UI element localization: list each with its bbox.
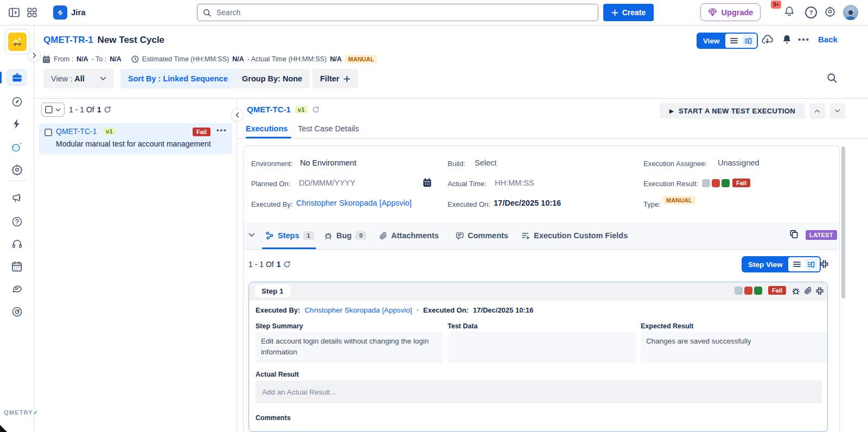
row-more-actions-icon[interactable]: ••• (216, 126, 227, 134)
test-cycle-meta: From : N/A - To : N/A Estimated Time (HH… (42, 55, 377, 63)
app-switcher-icon[interactable] (27, 8, 37, 17)
test-case-key-link[interactable]: QMET-TC-1 (56, 127, 97, 136)
global-search[interactable] (197, 4, 598, 21)
step-not-executed-swatch[interactable] (735, 287, 743, 295)
result-pass-swatch[interactable] (722, 179, 730, 187)
actual-result-input[interactable] (256, 380, 822, 403)
select-all-control[interactable] (41, 103, 65, 117)
select-all-checkbox[interactable] (45, 106, 53, 113)
refresh-icon[interactable] (312, 106, 320, 113)
step-fail-swatch[interactable] (744, 287, 752, 295)
notifications-bell-icon[interactable] (784, 6, 795, 17)
collapse-section-chevron-icon[interactable] (248, 233, 255, 237)
result-fail-swatch[interactable] (712, 179, 720, 187)
vertical-scrollbar[interactable] (841, 147, 845, 298)
watch-bell-icon[interactable] (782, 34, 792, 45)
settings-gear-sidebar-icon[interactable] (11, 163, 23, 175)
latest-badge: LATEST (806, 230, 837, 240)
to-value: N/A (110, 55, 122, 63)
step-list-view-icon[interactable] (791, 259, 803, 270)
steps-count: 1 (303, 231, 314, 240)
test-case-checkbox[interactable] (44, 129, 52, 136)
collapse-all-icon[interactable] (820, 259, 829, 269)
date-picker-icon[interactable] (423, 178, 432, 187)
assignee-value[interactable]: Unassigned (718, 158, 760, 167)
collapse-list-handle[interactable] (231, 109, 244, 122)
test-case-list-item[interactable]: QMET-TC-1 v1 Fail ••• Modular manual tes… (39, 123, 232, 154)
environment-value[interactable]: No Environment (300, 158, 356, 167)
more-actions-icon[interactable]: ••• (798, 35, 810, 44)
detail-view-icon[interactable] (742, 35, 754, 46)
support-headset-icon[interactable] (11, 238, 23, 250)
create-button[interactable]: Create (603, 4, 654, 21)
test-case-key[interactable]: QMET-TC-1 (247, 105, 291, 114)
calendar-sidebar-icon[interactable] (11, 261, 23, 272)
sort-by-button[interactable]: Sort By : Linked Sequence (120, 69, 235, 88)
discovery-compass-icon[interactable] (11, 96, 23, 107)
step-executed-by-value[interactable]: Christopher Skoropada [Appsvio] (304, 306, 412, 314)
jira-logo[interactable] (53, 5, 67, 20)
step-bug-icon[interactable] (792, 287, 800, 295)
sidebar-toggle-icon[interactable] (9, 8, 20, 17)
settings-gear-icon[interactable] (825, 6, 835, 17)
tab-attachments[interactable]: Attachments (379, 231, 439, 240)
build-value[interactable]: Select (475, 158, 496, 167)
step-view-toggle[interactable]: Step View (742, 256, 821, 272)
actual-time-value[interactable]: HH:MM:SS (495, 179, 534, 187)
view-toggle[interactable]: View (697, 33, 758, 49)
step-execution-meta: Executed By: Christopher Skoropada [Apps… (256, 306, 533, 314)
planned-on-value[interactable]: DD/MMM/YYYY (299, 179, 355, 187)
next-execution-button[interactable] (829, 103, 845, 119)
cloud-download-icon[interactable] (761, 33, 774, 46)
feedback-chat-icon[interactable] (11, 283, 23, 295)
tab-bug[interactable]: Bug 0 (324, 231, 366, 240)
tab-steps[interactable]: Steps 1 (265, 231, 314, 240)
tab-executions[interactable]: Executions (246, 124, 288, 133)
search-input[interactable] (215, 8, 592, 17)
expected-result-value: Changes are saved successfully (641, 332, 827, 363)
dot-separator: • (417, 306, 419, 314)
refresh-icon[interactable] (283, 261, 291, 268)
bug-count: 0 (355, 231, 366, 240)
sidebar-divider (7, 181, 27, 181)
list-view-icon[interactable] (728, 35, 740, 46)
automation-bolt-icon[interactable] (11, 118, 23, 130)
test-cycle-key[interactable]: QMET-TR-1 (43, 35, 93, 46)
work-items-icon[interactable] (11, 72, 23, 84)
tab-execution-custom-fields[interactable]: Execution Custom Fields (521, 231, 628, 240)
back-link[interactable]: Back (818, 35, 838, 44)
help-icon[interactable]: ? (805, 7, 817, 18)
refresh-icon[interactable] (104, 106, 111, 113)
help-question-icon[interactable] (11, 215, 23, 227)
result-not-executed-swatch[interactable] (702, 179, 710, 187)
panel-search-icon[interactable] (827, 73, 837, 83)
assistant-bot-icon[interactable] (11, 141, 23, 153)
executed-by-value[interactable]: Christopher Skoropada [Appsvio] (296, 199, 412, 207)
version-badge: v1 (103, 128, 116, 135)
actual-time-label: - Actual Time (HH:MM:SS) (247, 55, 327, 63)
user-avatar[interactable] (843, 5, 858, 20)
goals-target-icon[interactable] (11, 306, 23, 317)
group-by-button[interactable]: Group By: None (234, 69, 310, 88)
build-label: Build: (448, 160, 465, 168)
step-status-badge[interactable]: Fail (768, 286, 786, 295)
execution-result-badge[interactable]: Fail (732, 179, 750, 187)
step-attachment-icon[interactable] (804, 287, 812, 295)
paperclip-icon (379, 232, 387, 240)
step-detail-view-icon[interactable] (805, 259, 817, 270)
upgrade-button[interactable]: Upgrade (700, 3, 761, 21)
project-avatar[interactable] (5, 29, 30, 54)
step-collapse-icon[interactable] (815, 287, 824, 295)
step-pass-swatch[interactable] (754, 287, 762, 295)
start-execution-button[interactable]: ▶ START A NEW TEST EXECUTION (660, 103, 805, 119)
sidebar-expand-handle[interactable] (28, 49, 41, 62)
announcements-megaphone-icon[interactable] (11, 192, 23, 204)
previous-execution-button[interactable] (809, 103, 825, 119)
filter-button[interactable]: Filter (312, 69, 358, 88)
tab-test-case-details[interactable]: Test Case Details (298, 124, 359, 133)
view-filter-dropdown[interactable]: View : All (43, 69, 114, 88)
copy-icon[interactable] (789, 230, 799, 239)
step-summary-value: Edit account login details without chang… (256, 332, 443, 363)
tab-comments[interactable]: Comments (456, 231, 508, 240)
actual-time-label: Actual Time: (448, 180, 487, 188)
